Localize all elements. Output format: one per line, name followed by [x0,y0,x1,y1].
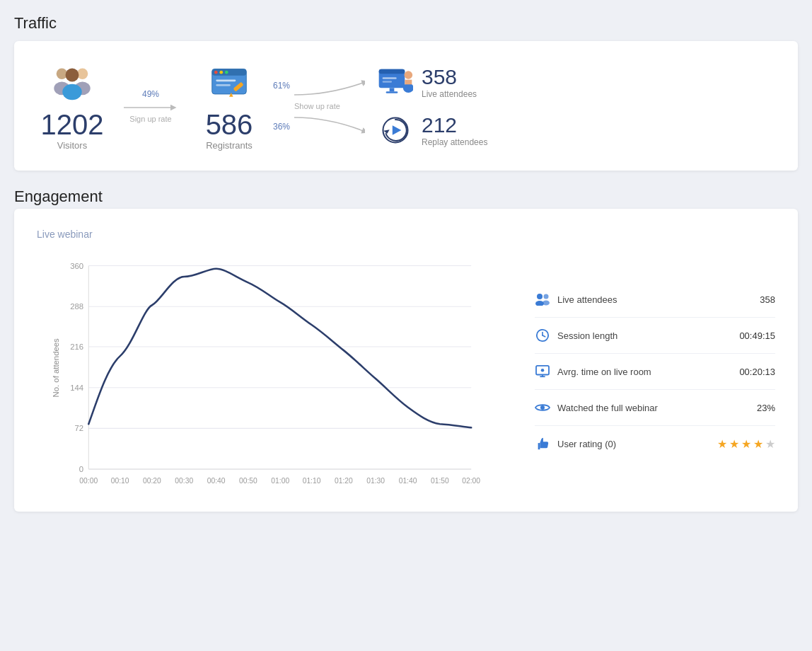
watched-full-value: 23% [757,403,775,413]
clock-icon [535,328,550,343]
svg-text:01:50: 01:50 [431,477,449,485]
registrants-count: 586 [206,110,253,139]
traffic-title: Traffic [14,14,798,33]
session-length-label: Session length [557,330,732,341]
visitors-label: Visitors [57,140,87,151]
stats-panel: Live attendees 358 Session length 00:49:… [535,251,775,492]
svg-rect-23 [390,88,395,91]
svg-text:00:10: 00:10 [111,477,129,485]
svg-marker-30 [393,125,402,134]
screen-icon [535,364,550,379]
svg-text:144: 144 [70,384,83,392]
svg-point-25 [405,71,413,79]
traffic-flow: 1202 Visitors 49% Sign up rate [37,61,775,151]
people-icon [535,292,550,307]
engagement-body: No. of attendees 360 288 216 144 72 [37,251,775,492]
user-rating-label: User rating (0) [557,439,710,449]
star-3: ★ [741,437,751,451]
svg-point-12 [225,71,228,74]
visitors-icon [50,61,95,106]
eye-icon [535,400,550,415]
svg-point-70 [540,405,545,410]
svg-text:01:30: 01:30 [366,477,385,485]
session-length-value: 00:49:15 [739,330,775,341]
svg-text:No. of attendees: No. of attendees [52,338,60,397]
svg-text:01:10: 01:10 [303,477,321,485]
registrants-icon [207,61,252,106]
stat-row-watched-full: Watched the full webinar 23% [535,390,775,426]
replay-attendees-label: Replay attendees [422,137,487,147]
svg-text:0: 0 [79,465,83,473]
star-2: ★ [729,437,739,451]
svg-text:00:40: 00:40 [207,477,226,485]
svg-rect-14 [216,84,231,86]
chart-area: No. of attendees 360 288 216 144 72 [37,251,512,492]
showup-label: Show up rate [270,102,340,110]
svg-marker-29 [383,129,389,134]
svg-point-69 [541,369,545,372]
stat-row-avg-time: Avrg. time on live room 00:20:13 [535,354,775,390]
svg-text:01:40: 01:40 [399,477,417,485]
engagement-title: Engagement [14,188,798,206]
attendees-col: 358 Live attendees [376,65,487,147]
stat-row-user-rating: User rating (0) ★ ★ ★ ★ ★ [535,426,775,461]
stat-row-live-attendees: Live attendees 358 [535,282,775,318]
stars-display: ★ ★ ★ ★ ★ [717,437,775,451]
user-rating-stars: ★ ★ ★ ★ ★ [717,437,775,451]
live-attendees-icon [376,68,414,96]
svg-text:216: 216 [70,342,83,351]
signup-arrow-block: 49% Sign up rate [119,89,182,123]
svg-text:360: 360 [70,262,83,270]
svg-text:00:50: 00:50 [239,477,257,485]
svg-point-61 [544,294,549,299]
svg-point-62 [543,301,550,306]
live-attendees-stat-label: Live attendees [557,294,753,305]
svg-text:00:30: 00:30 [175,477,193,485]
thumbsup-icon [535,436,550,451]
svg-rect-24 [386,91,398,93]
svg-text:288: 288 [70,302,83,311]
svg-point-59 [537,294,543,299]
engagement-card: Live webinar No. of attendees 360 288 [14,209,798,512]
svg-rect-21 [383,77,397,79]
showup-fork: 61% Show up rate 36% [270,75,365,137]
svg-text:00:20: 00:20 [143,477,161,485]
svg-point-5 [62,84,81,100]
svg-text:01:00: 01:00 [271,477,289,485]
avg-time-value: 00:20:13 [739,367,775,377]
avg-time-label: Avrg. time on live room [557,367,732,377]
registrants-stat: 586 Registrants [194,61,265,151]
star-5: ★ [765,437,775,451]
chart-wrapper: No. of attendees 360 288 216 144 72 [37,251,512,492]
svg-point-4 [66,69,79,82]
svg-text:72: 72 [74,424,83,432]
svg-line-65 [543,335,545,337]
traffic-card: 1202 Visitors 49% Sign up rate [14,41,798,171]
svg-rect-20 [379,69,405,74]
svg-rect-27 [405,79,412,84]
svg-point-11 [219,71,223,74]
visitors-stat: 1202 Visitors [37,61,108,151]
svg-rect-13 [216,79,236,81]
live-attendees-count: 358 [422,65,477,89]
svg-rect-22 [383,81,392,83]
live-attendees-stat-value: 358 [760,294,775,305]
live-attendees-label: Live attendees [422,89,477,99]
star-4: ★ [753,437,763,451]
svg-text:02:00: 02:00 [462,477,480,485]
replay-attendees-row: 212 Replay attendees [376,113,487,147]
webinar-subtitle: Live webinar [37,229,775,240]
svg-text:00:00: 00:00 [79,477,98,485]
stat-row-session-length: Session length 00:49:15 [535,318,775,354]
replay-pct: 36% [270,122,290,132]
live-pct: 61% [270,81,290,91]
svg-point-10 [214,71,218,74]
replay-icon [376,116,414,144]
watched-full-label: Watched the full webinar [557,403,750,413]
star-1: ★ [717,437,727,451]
visitors-count: 1202 [41,110,104,139]
replay-attendees-count: 212 [422,113,487,137]
registrants-label: Registrants [206,140,253,151]
signup-label: Sign up rate [129,115,171,123]
signup-percent: 49% [142,89,159,99]
